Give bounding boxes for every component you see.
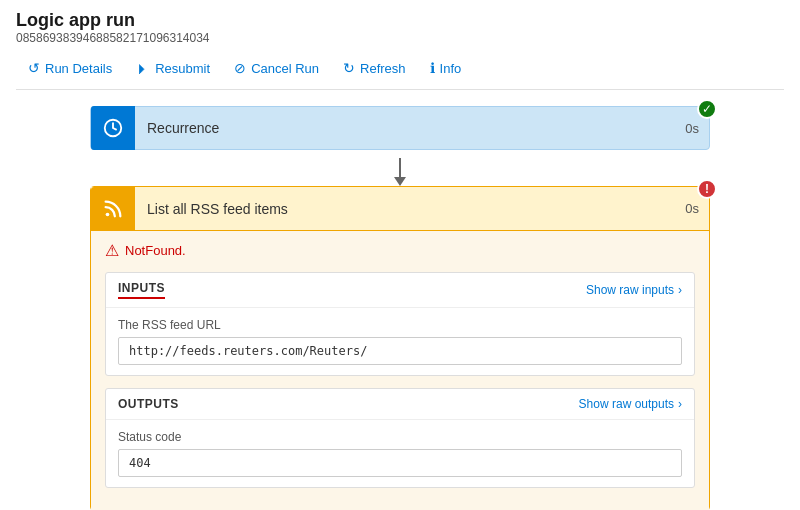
info-icon: ℹ — [430, 60, 435, 76]
resubmit-icon: ⏵ — [136, 60, 150, 76]
warning-icon: ⚠ — [105, 241, 119, 260]
main-content: Recurrence 0s ✓ List all RSS feed items … — [0, 90, 800, 510]
outputs-section: OUTPUTS Show raw outputs › Status code 4… — [105, 388, 695, 488]
refresh-icon: ↻ — [343, 60, 355, 76]
show-raw-outputs-link[interactable]: Show raw outputs › — [579, 397, 682, 411]
arrow-down — [399, 158, 401, 178]
run-id: 08586938394688582171096314034 — [16, 31, 784, 45]
chevron-right-icon: › — [678, 283, 682, 297]
status-code-value: 404 — [118, 449, 682, 477]
show-raw-inputs-link[interactable]: Show raw inputs › — [586, 283, 682, 297]
page-title: Logic app run — [16, 10, 784, 31]
chevron-right-outputs-icon: › — [678, 397, 682, 411]
feed-url-label: The RSS feed URL — [118, 318, 682, 332]
recurrence-status-badge: ✓ — [697, 99, 717, 119]
cancel-icon: ⊘ — [234, 60, 246, 76]
rss-node-duration: 0s — [675, 201, 709, 216]
inputs-title: INPUTS — [118, 281, 165, 299]
rss-node-label: List all RSS feed items — [135, 201, 675, 217]
info-button[interactable]: ℹ Info — [418, 55, 474, 81]
error-message: NotFound. — [125, 243, 186, 258]
recurrence-icon — [91, 106, 135, 150]
run-details-icon: ↺ — [28, 60, 40, 76]
status-code-label: Status code — [118, 430, 682, 444]
arrow-connector — [90, 150, 710, 186]
toolbar: ↺ Run Details ⏵ Resubmit ⊘ Cancel Run ↻ … — [16, 51, 784, 90]
run-details-button[interactable]: ↺ Run Details — [16, 55, 124, 81]
resubmit-button[interactable]: ⏵ Resubmit — [124, 55, 222, 81]
rss-node[interactable]: List all RSS feed items 0s ! ⚠ NotFound.… — [90, 186, 710, 510]
refresh-button[interactable]: ↻ Refresh — [331, 55, 418, 81]
page-header: Logic app run 08586938394688582171096314… — [0, 0, 800, 90]
inputs-content: The RSS feed URL http://feeds.reuters.co… — [106, 308, 694, 375]
outputs-content: Status code 404 — [106, 420, 694, 487]
rss-icon — [91, 187, 135, 231]
rss-node-body: ⚠ NotFound. INPUTS Show raw inputs › The… — [91, 231, 709, 510]
outputs-section-header: OUTPUTS Show raw outputs › — [106, 389, 694, 420]
recurrence-label: Recurrence — [135, 120, 675, 136]
rss-node-header: List all RSS feed items 0s ! — [91, 187, 709, 231]
error-banner: ⚠ NotFound. — [105, 241, 695, 260]
inputs-section: INPUTS Show raw inputs › The RSS feed UR… — [105, 272, 695, 376]
recurrence-duration: 0s — [675, 121, 709, 136]
svg-point-1 — [106, 212, 110, 216]
feed-url-value: http://feeds.reuters.com/Reuters/ — [118, 337, 682, 365]
cancel-run-button[interactable]: ⊘ Cancel Run — [222, 55, 331, 81]
recurrence-node[interactable]: Recurrence 0s ✓ — [90, 106, 710, 150]
outputs-title: OUTPUTS — [118, 397, 179, 411]
rss-status-badge: ! — [697, 179, 717, 199]
inputs-section-header: INPUTS Show raw inputs › — [106, 273, 694, 308]
